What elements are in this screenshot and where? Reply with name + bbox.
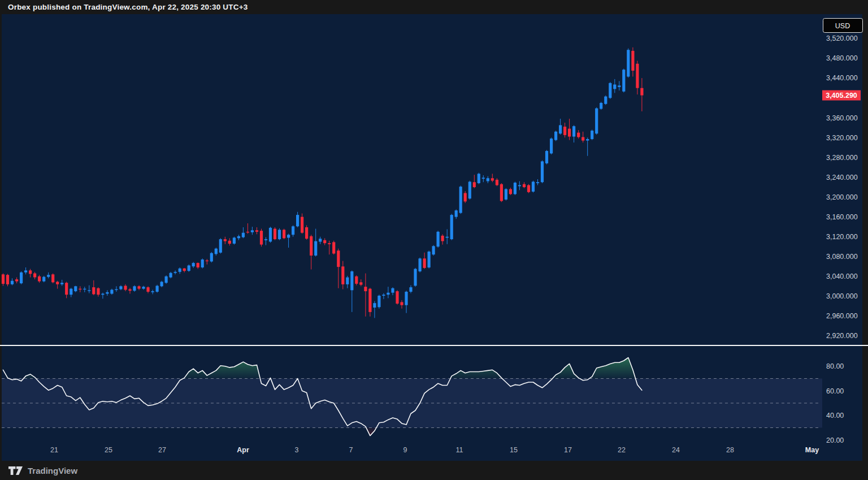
price-tick-label: 3,520.000 xyxy=(826,34,858,42)
tradingview-brand-text[interactable]: TradingView xyxy=(28,466,77,475)
rsi-tick-label: 60.00 xyxy=(826,387,844,395)
svg-text:USD: USD xyxy=(835,22,850,30)
footer-bar: TradingView xyxy=(0,461,868,480)
time-tick-label-21[interactable]: 21 xyxy=(50,446,58,454)
time-tick-label-24[interactable]: 24 xyxy=(672,446,680,454)
time-tick-label-11[interactable]: 11 xyxy=(456,446,463,454)
last-price-badge: 3,405.290 xyxy=(822,90,861,101)
svg-text:3,405.290: 3,405.290 xyxy=(826,92,857,100)
time-tick-label-7[interactable]: 7 xyxy=(349,446,353,454)
rsi-tick-label: 80.00 xyxy=(826,362,844,370)
price-tick-label: 3,320.000 xyxy=(826,134,858,142)
price-tick-label: 3,360.000 xyxy=(826,114,858,122)
time-tick-label-May[interactable]: May xyxy=(805,446,819,454)
time-tick-label-22[interactable]: 22 xyxy=(618,446,626,454)
price-tick-label: 3,040.000 xyxy=(826,273,858,280)
right-frame[interactable] xyxy=(862,14,868,461)
time-tick-label-28[interactable]: 28 xyxy=(726,446,734,454)
time-tick-label-15[interactable]: 15 xyxy=(510,446,518,454)
price-tick-label: 3,480.000 xyxy=(826,54,858,62)
rsi-tick-label: 20.00 xyxy=(826,436,844,444)
time-tick-label-9[interactable]: 9 xyxy=(403,446,407,454)
price-tick-label: 2,920.000 xyxy=(826,332,858,340)
currency-button[interactable]: USD xyxy=(823,19,863,33)
publication-title: Orbex published on TradingView.com, Apr … xyxy=(0,3,248,11)
price-tick-label: 2,960.000 xyxy=(826,312,858,320)
price-tick-label: 3,200.000 xyxy=(826,193,858,201)
time-tick-label-25[interactable]: 25 xyxy=(105,446,112,454)
left-frame xyxy=(0,14,2,461)
publication-header: Orbex published on TradingView.com, Apr … xyxy=(0,0,868,14)
price-tick-label: 3,240.000 xyxy=(826,174,858,181)
price-tick-label: 3,280.000 xyxy=(826,154,858,162)
tradingview-logo-icon[interactable] xyxy=(8,466,23,475)
price-tick-label: 3,160.000 xyxy=(826,213,858,221)
time-tick-label-Apr[interactable]: Apr xyxy=(237,446,249,454)
tradingview-chart-page: Orbex published on TradingView.com, Apr … xyxy=(0,0,868,480)
chart-svg[interactable]: 3,520.0003,480.0003,440.0003,360.0003,32… xyxy=(0,14,868,461)
chart-area[interactable]: 3,520.0003,480.0003,440.0003,360.0003,32… xyxy=(0,14,868,461)
price-tick-label: 3,080.000 xyxy=(826,253,858,261)
price-tick-label: 3,120.000 xyxy=(826,233,858,241)
price-tick-label: 3,440.000 xyxy=(826,74,858,82)
price-tick-label: 3,000.000 xyxy=(826,292,858,300)
time-tick-label-17[interactable]: 17 xyxy=(564,446,572,454)
time-tick-label-3[interactable]: 3 xyxy=(295,446,299,454)
rsi-tick-label: 40.00 xyxy=(826,412,844,420)
time-tick-label-27[interactable]: 27 xyxy=(158,446,166,454)
